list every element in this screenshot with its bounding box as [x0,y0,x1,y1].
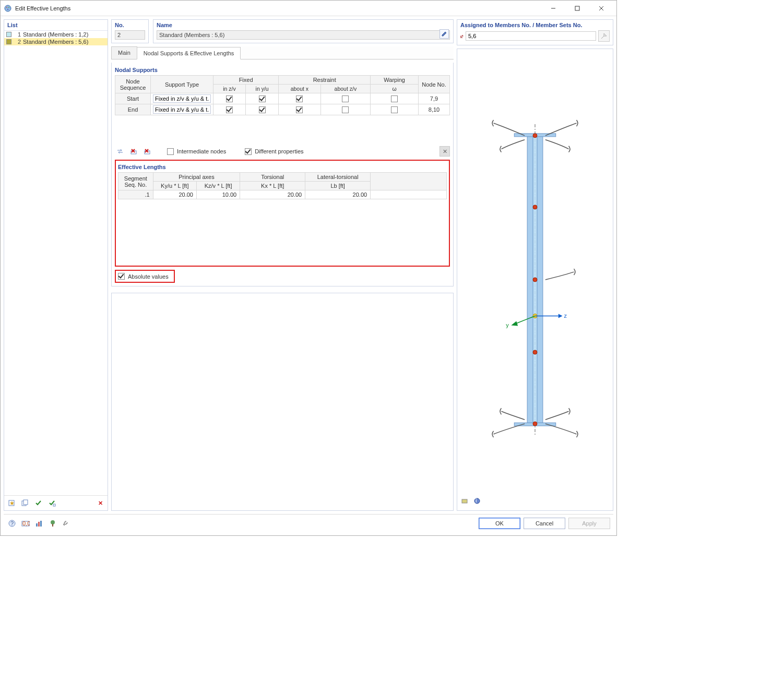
list-item[interactable]: 2 Standard (Members : 5,6) [4,38,108,45]
effective-lengths-highlight: Effective Lengths Segment Seq. No. Princ… [115,160,450,267]
checkbox-icon[interactable] [226,95,233,102]
delete-row2-icon[interactable] [142,146,152,157]
svg-point-28 [533,422,537,426]
no-label: No. [115,22,145,28]
col-about-zv: about z/v [320,85,371,93]
delete-row1-icon[interactable] [128,146,139,157]
apply-button[interactable]: Apply [568,518,610,529]
svg-point-3 [7,9,8,10]
notes-area[interactable] [111,293,454,511]
col-principal: Principal axes [153,173,240,182]
list-title: List [4,20,108,31]
titlebar: Edit Effective Lengths [1,1,616,16]
no-input[interactable] [115,30,145,40]
nodal-supports-title: Nodal Supports [115,67,450,73]
tab-body: Nodal Supports Node Sequence Support Typ… [111,63,454,286]
different-properties-label: Different properties [255,148,303,154]
svg-point-2 [8,7,9,8]
checkbox-icon[interactable] [259,106,266,113]
intermediate-nodes-checkbox[interactable]: Intermediate nodes [167,148,226,155]
checkbox-icon[interactable] [226,106,233,113]
swap-icon[interactable] [115,146,125,157]
model-viewer[interactable]: z y i [457,49,613,511]
col-torsional: Torsional [240,173,305,182]
name-input[interactable] [157,30,450,40]
wrench-icon[interactable] [61,518,72,529]
nodal-supports-table: Node Sequence Support Type Fixed Restrai… [115,75,450,115]
chart-icon[interactable] [34,518,44,529]
col-blank [371,173,447,190]
col-omega: ω [371,85,419,93]
no-field: No. [111,19,149,43]
color-swatch [6,39,11,44]
checkbox-icon[interactable] [391,106,398,113]
svg-point-44 [51,520,55,524]
intermediate-nodes-label: Intermediate nodes [177,148,226,154]
viewer-tool1-icon[interactable] [460,497,471,507]
new-item-icon[interactable]: ★ [6,498,17,508]
check-some-icon[interactable] [47,498,57,508]
absolute-values-checkbox[interactable]: Absolute values [118,273,169,280]
list-item-label: Standard (Members : 5,6) [23,39,88,45]
list-item-label: Standard (Members : 1,2) [23,31,88,38]
list-toolbar: ★ ✕ [4,495,108,510]
close-button[interactable] [589,1,613,16]
copy-item-icon[interactable] [20,498,30,508]
effective-lengths-table: Segment Seq. No. Principal axes Torsiona… [118,172,447,199]
support-type-input[interactable] [153,94,211,103]
list-item[interactable]: 1 Standard (Members : 1,2) [4,31,108,38]
checkbox-icon[interactable] [391,95,398,102]
svg-marker-33 [511,321,518,326]
cancel-button[interactable]: Cancel [524,518,565,529]
help-icon[interactable]: ? [7,518,17,529]
col-segment: Segment Seq. No. [118,173,153,190]
svg-point-0 [5,5,11,11]
col-support-type: Support Type [151,76,213,93]
svg-marker-31 [559,314,563,318]
table-row[interactable]: Start 7,9 [115,93,450,104]
ok-button[interactable]: OK [479,518,520,529]
bottom-bar: ? 0,00 OK Cancel Apply [4,514,613,532]
maximize-button[interactable] [565,1,589,16]
tab-main[interactable]: Main [111,46,137,59]
units-icon[interactable]: 0,00 [20,518,31,529]
absolute-values-label: Absolute values [128,273,169,280]
edit-name-icon[interactable] [439,29,449,39]
svg-rect-11 [23,500,28,505]
col-warping: Warping [371,76,419,85]
checkbox-icon[interactable] [342,106,349,113]
svg-point-27 [533,350,537,354]
different-properties-checkbox[interactable]: Different properties [245,148,303,155]
svg-point-26 [533,278,537,282]
viewer-tool2-icon[interactable]: i [473,497,483,507]
tree-icon[interactable] [47,518,58,529]
clear-icon[interactable]: ✕ [439,146,450,157]
list-items: 1 Standard (Members : 1,2) 2 Standard (M… [4,31,108,495]
col-about-x: about x [279,85,320,93]
effective-lengths-title: Effective Lengths [118,164,447,170]
delete-icon[interactable]: ✕ [95,498,105,508]
list-item-num: 2 [14,39,21,45]
table-row[interactable]: .120.0010.0020.0020.00 [118,190,447,199]
assigned-input[interactable] [466,31,596,41]
name-label: Name [157,22,450,28]
checkbox-icon[interactable] [296,106,303,113]
svg-rect-5 [575,6,579,10]
absolute-values-highlight: Absolute values [115,270,175,283]
support-type-input[interactable] [153,105,211,114]
pick-members-icon[interactable] [598,30,610,42]
dialog-window: Edit Effective Lengths List 1 Standard (… [0,0,617,536]
col-node-seq: Node Sequence [115,76,151,93]
col-in-zv: in z/v [213,85,246,93]
table-row[interactable]: End 8,10 [115,104,450,115]
list-panel: List 1 Standard (Members : 1,2) 2 Standa… [4,19,108,511]
minimize-button[interactable] [541,1,565,16]
checkbox-icon[interactable] [259,95,266,102]
tab-nodal-supports[interactable]: Nodal Supports & Effective Lengths [137,47,241,59]
check-all-icon[interactable] [33,498,44,508]
checkbox-icon[interactable] [296,95,303,102]
checkbox-icon[interactable] [342,95,349,102]
tabs: Main Nodal Supports & Effective Lengths [111,46,454,59]
assigned-box: Assigned to Members No. / Member Sets No… [457,19,613,45]
assigned-label: Assigned to Members No. / Member Sets No… [460,22,610,28]
